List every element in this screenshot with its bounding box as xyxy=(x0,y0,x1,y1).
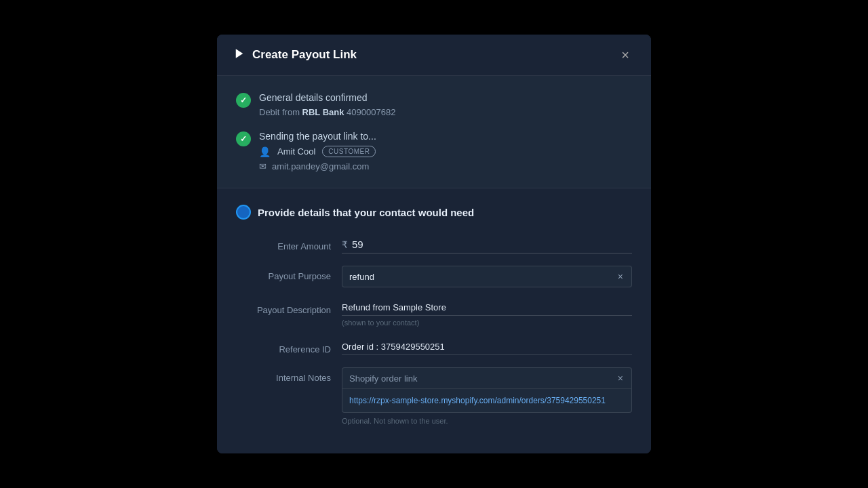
reference-id-value: Order id : 3759429550251 xyxy=(342,339,632,355)
payout-purpose-label: Payout Purpose xyxy=(236,266,331,281)
user-icon: 👤 xyxy=(259,146,271,157)
payout-description-label: Payout Description xyxy=(236,300,331,315)
contact-row: 👤 Amit Cool CUSTOMER xyxy=(259,146,376,157)
modal-header: Create Payout Link × xyxy=(217,35,651,76)
email-row: ✉ amit.pandey@gmail.com xyxy=(259,161,376,171)
modal-title: Create Payout Link xyxy=(252,48,357,62)
form-section-title: Provide details that your contact would … xyxy=(258,207,474,218)
amount-value: 59 xyxy=(352,239,363,250)
amount-row: Enter Amount ₹ 59 xyxy=(236,236,632,253)
confirmed-steps-section: General details confirmed Debit from RBL… xyxy=(217,76,651,188)
internal-notes-clear-button[interactable]: × xyxy=(616,373,625,384)
step1-check-icon xyxy=(236,93,251,108)
internal-notes-title-text: Shopify order link xyxy=(349,373,417,384)
step2-check-icon xyxy=(236,131,251,146)
modal-close-button[interactable]: × xyxy=(616,45,635,64)
contact-name: Amit Cool xyxy=(277,146,315,157)
step-send-to: Sending the payout link to... 👤 Amit Coo… xyxy=(236,131,632,171)
email-icon: ✉ xyxy=(259,161,267,171)
amount-field-wrap: ₹ 59 xyxy=(342,236,632,253)
internal-notes-label: Internal Notes xyxy=(236,367,331,383)
payout-purpose-clear-button[interactable]: × xyxy=(616,271,625,282)
internal-notes-field-wrap: Shopify order link × https://rzpx-sample… xyxy=(342,367,632,425)
form-section-header: Provide details that your contact would … xyxy=(236,205,632,220)
amount-input-display: ₹ 59 xyxy=(342,236,632,253)
internal-notes-box: Shopify order link × https://rzpx-sample… xyxy=(342,367,632,413)
payout-description-row: Payout Description (shown to your contac… xyxy=(236,300,632,327)
amount-label: Enter Amount xyxy=(236,236,331,251)
reference-id-label: Reference ID xyxy=(236,339,331,354)
step-general-details: General details confirmed Debit from RBL… xyxy=(236,92,632,117)
create-payout-link-modal: Create Payout Link × General details con… xyxy=(217,35,651,453)
payout-purpose-row: Payout Purpose refund × xyxy=(236,266,632,287)
step1-content: General details confirmed Debit from RBL… xyxy=(259,92,395,117)
step1-title: General details confirmed xyxy=(259,92,395,103)
payout-description-input[interactable] xyxy=(342,300,632,316)
form-section: Provide details that your contact would … xyxy=(217,188,651,453)
payout-purpose-field-wrap: refund × xyxy=(342,266,632,287)
customer-badge: CUSTOMER xyxy=(322,146,376,157)
payout-description-field-wrap: (shown to your contact) xyxy=(342,300,632,327)
modal-title-wrap: Create Payout Link xyxy=(233,47,357,62)
optional-note-label: Optional. Not shown to the user. xyxy=(342,417,632,425)
internal-notes-body: https://rzpx-sample-store.myshopify.com/… xyxy=(342,389,631,412)
payout-purpose-input-wrap[interactable]: refund × xyxy=(342,266,632,287)
step1-subtitle: Debit from RBL Bank 4090007682 xyxy=(259,107,395,117)
reference-id-row: Reference ID Order id : 3759429550251 xyxy=(236,339,632,355)
currency-symbol: ₹ xyxy=(342,239,348,250)
step3-indicator xyxy=(236,205,251,220)
internal-notes-url-text: https://rzpx-sample-store.myshopify.com/… xyxy=(349,394,625,407)
payout-purpose-value: refund xyxy=(349,272,616,282)
razorpay-icon xyxy=(233,47,245,62)
shown-to-contact-label: (shown to your contact) xyxy=(342,319,632,327)
internal-notes-header: Shopify order link × xyxy=(342,368,631,389)
reference-id-field-wrap: Order id : 3759429550251 xyxy=(342,339,632,355)
debit-prefix: Debit from xyxy=(259,107,300,117)
contact-email: amit.pandey@gmail.com xyxy=(272,161,369,171)
account-number: 4090007682 xyxy=(347,107,395,117)
modal-body: General details confirmed Debit from RBL… xyxy=(217,76,651,453)
bank-name: RBL Bank xyxy=(302,107,344,117)
modal-overlay: Create Payout Link × General details con… xyxy=(0,0,868,488)
internal-notes-row: Internal Notes Shopify order link × http… xyxy=(236,367,632,425)
step2-title: Sending the payout link to... xyxy=(259,131,376,142)
step2-content: Sending the payout link to... 👤 Amit Coo… xyxy=(259,131,376,171)
